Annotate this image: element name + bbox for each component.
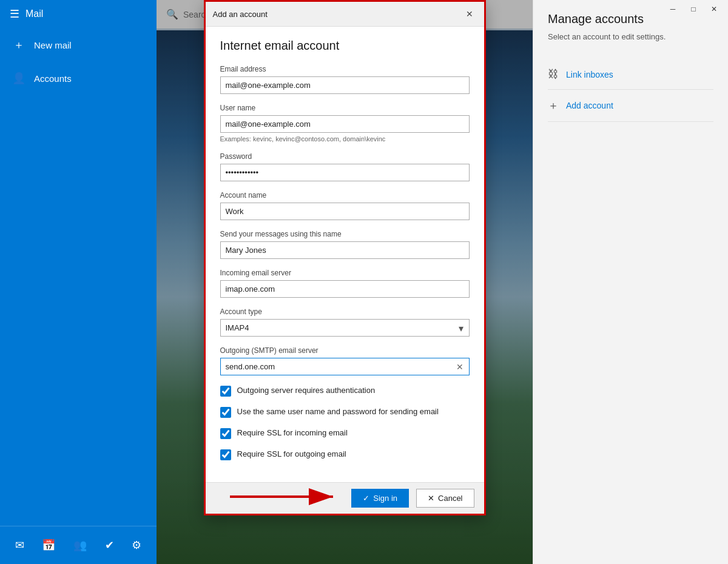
arrow-annotation: [224, 485, 345, 509]
sign-in-button[interactable]: ✓ Sign in: [351, 489, 409, 508]
account-type-label: Account type: [220, 307, 470, 316]
checkbox-ssl-outgoing-row: Require SSL for outgoing email: [220, 449, 470, 460]
send-name-label: Send your messages using this name: [220, 230, 470, 238]
dialog-footer: ✓ Sign in ✕ Cancel: [206, 482, 484, 514]
ssl-outgoing-label: Require SSL for outgoing email: [237, 449, 346, 460]
account-name-label: Account name: [220, 191, 470, 200]
incoming-server-label: Incoming email server: [220, 269, 470, 277]
ssl-outgoing-checkbox[interactable]: [220, 449, 231, 460]
tasks-icon[interactable]: ✔: [101, 535, 118, 556]
user-name-input[interactable]: [220, 115, 470, 133]
window-chrome: ─ □ ✕: [659, 0, 728, 18]
contacts-icon[interactable]: 👥: [70, 535, 90, 556]
incoming-server-input[interactable]: [220, 280, 470, 298]
right-panel: ─ □ ✕ Manage accounts Select an account …: [533, 0, 728, 564]
email-address-group: Email address: [220, 65, 470, 94]
outgoing-auth-label: Outgoing server requires authentication: [237, 385, 376, 396]
maximize-button[interactable]: □: [684, 2, 703, 16]
cancel-icon: ✕: [428, 494, 434, 503]
dialog-title: Add an account: [213, 10, 268, 19]
user-name-group: User name Examples: kevinc, kevinc@conto…: [220, 104, 470, 143]
sign-in-label: Sign in: [373, 494, 397, 503]
email-address-label: Email address: [220, 65, 470, 73]
minimize-button[interactable]: ─: [664, 2, 682, 16]
email-address-input[interactable]: [220, 76, 470, 94]
ssl-incoming-checkbox[interactable]: [220, 428, 231, 439]
sidebar-item-accounts[interactable]: 👤 Accounts: [0, 62, 157, 95]
password-label: Password: [220, 152, 470, 161]
link-inboxes-action[interactable]: ⛓ Link inboxes: [548, 59, 713, 90]
checkbox-ssl-incoming-row: Require SSL for incoming email: [220, 428, 470, 439]
settings-icon[interactable]: ⚙: [128, 535, 145, 556]
outgoing-server-label: Outgoing (SMTP) email server: [220, 346, 470, 355]
outgoing-server-clear-button[interactable]: ✕: [454, 361, 466, 373]
dialog-heading: Internet email account: [220, 39, 470, 53]
outgoing-server-input-wrapper: ✕: [220, 358, 470, 375]
dialog-close-button[interactable]: ✕: [462, 7, 477, 21]
password-input[interactable]: [220, 164, 470, 181]
plus-icon: ＋: [12, 38, 25, 52]
outgoing-server-group: Outgoing (SMTP) email server ✕: [220, 346, 470, 375]
sidebar: ☰ Mail ＋ New mail 👤 Accounts ✉ 📅 👥 ✔ ⚙: [0, 0, 157, 564]
account-name-group: Account name: [220, 191, 470, 220]
account-type-select[interactable]: IMAP4 POP3: [220, 319, 470, 337]
add-icon: ＋: [548, 98, 559, 113]
user-name-label: User name: [220, 104, 470, 112]
incoming-server-group: Incoming email server: [220, 269, 470, 298]
checkmark-icon: ✓: [363, 494, 369, 503]
close-window-button[interactable]: ✕: [705, 2, 723, 16]
sidebar-bottom-bar: ✉ 📅 👥 ✔ ⚙: [0, 526, 157, 564]
add-account-dialog: Add an account ✕ Internet email account …: [204, 0, 486, 515]
user-name-hint: Examples: kevinc, kevinc@contoso.com, do…: [220, 135, 470, 143]
app-title-bar: ☰ Mail: [0, 0, 157, 28]
account-name-input[interactable]: [220, 203, 470, 220]
main-content: 🔍 Add an account ✕ Internet email accoun…: [157, 0, 728, 564]
sidebar-nav: ＋ New mail 👤 Accounts: [0, 28, 157, 526]
checkbox-same-creds-row: Use the same user name and password for …: [220, 406, 470, 418]
calendar-icon[interactable]: 📅: [38, 535, 59, 556]
same-credentials-checkbox[interactable]: [220, 407, 231, 418]
middle-area: 🔍 Add an account ✕ Internet email accoun…: [157, 0, 533, 564]
link-inboxes-label: Link inboxes: [566, 70, 613, 79]
modal-overlay: Add an account ✕ Internet email account …: [157, 0, 533, 564]
ssl-incoming-label: Require SSL for incoming email: [237, 428, 348, 438]
add-account-label: Add account: [566, 101, 613, 110]
password-group: Password: [220, 152, 470, 181]
outgoing-server-input[interactable]: [220, 358, 470, 375]
arrow-svg: [224, 485, 345, 509]
outgoing-auth-checkbox[interactable]: [220, 386, 231, 397]
checkbox-auth-row: Outgoing server requires authentication: [220, 385, 470, 397]
person-icon: 👤: [12, 72, 25, 85]
add-account-action[interactable]: ＋ Add account: [548, 90, 713, 122]
dialog-titlebar: Add an account ✕: [206, 2, 484, 27]
cancel-label: Cancel: [438, 494, 462, 503]
new-mail-label: New mail: [34, 40, 72, 50]
account-type-wrapper: IMAP4 POP3 ▾: [220, 319, 470, 337]
hamburger-icon[interactable]: ☰: [10, 7, 19, 21]
mail-icon[interactable]: ✉: [12, 535, 28, 556]
account-type-group: Account type IMAP4 POP3 ▾: [220, 307, 470, 337]
sidebar-item-new-mail[interactable]: ＋ New mail: [0, 28, 157, 62]
dialog-body: Internet email account Email address Use…: [206, 27, 484, 482]
manage-accounts-subtitle: Select an account to edit settings.: [548, 32, 713, 41]
accounts-label: Accounts: [34, 73, 72, 84]
app-title: Mail: [25, 8, 43, 19]
send-name-input[interactable]: [220, 241, 470, 259]
same-credentials-label: Use the same user name and password for …: [237, 406, 439, 417]
send-name-group: Send your messages using this name: [220, 230, 470, 259]
cancel-button[interactable]: ✕ Cancel: [416, 489, 474, 508]
link-icon: ⛓: [548, 68, 559, 81]
